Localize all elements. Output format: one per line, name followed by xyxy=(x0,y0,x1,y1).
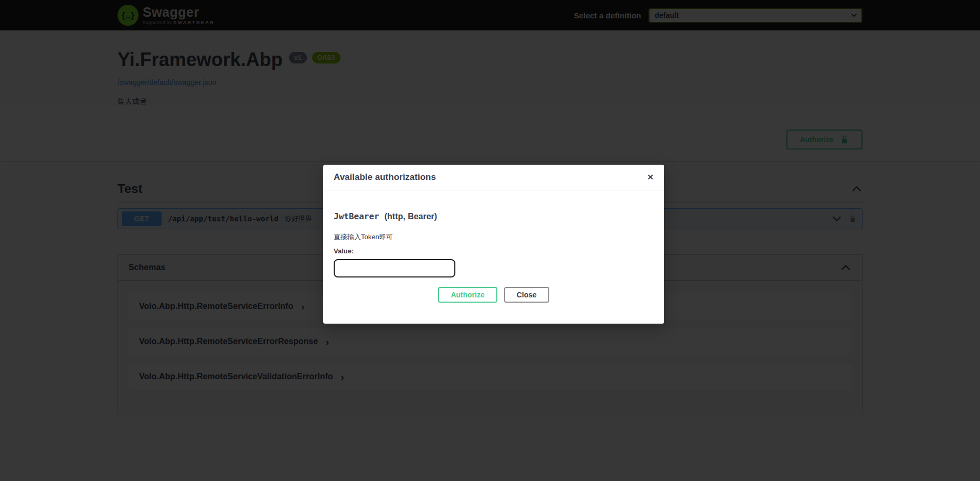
modal-header: Available authorizations ✕ xyxy=(323,165,664,190)
modal-body: JwtBearer (http, Bearer) 直接输入Token即可 Val… xyxy=(323,190,664,324)
auth-scheme-type: (http, Bearer) xyxy=(385,212,437,221)
modal-authorize-button[interactable]: Authorize xyxy=(438,287,497,303)
auth-scheme-description: 直接输入Token即可 xyxy=(334,232,654,242)
authorizations-modal: Available authorizations ✕ JwtBearer (ht… xyxy=(323,165,664,324)
close-icon[interactable]: ✕ xyxy=(647,173,654,182)
modal-close-button[interactable]: Close xyxy=(504,287,549,303)
token-value-input[interactable] xyxy=(334,259,455,277)
auth-scheme-name: JwtBearer xyxy=(334,211,379,221)
value-label: Value: xyxy=(334,247,654,255)
modal-actions: Authorize Close xyxy=(334,287,654,303)
modal-title: Available authorizations xyxy=(334,172,436,183)
